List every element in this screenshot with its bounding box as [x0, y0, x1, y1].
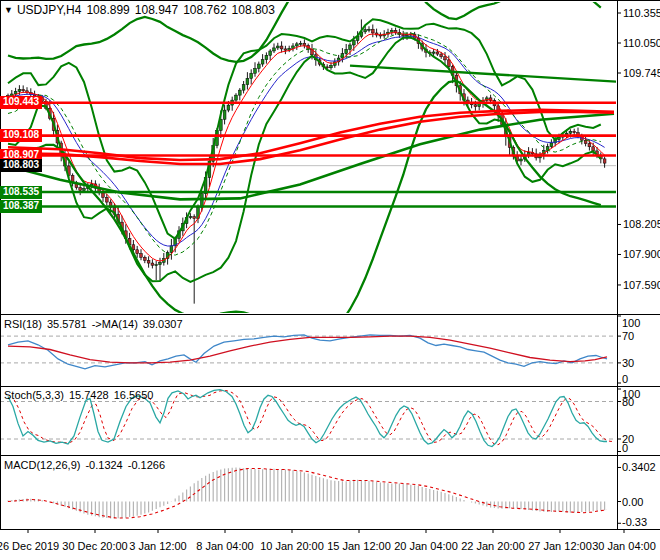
- candle-bull: [269, 51, 272, 55]
- candle-bear: [573, 131, 576, 132]
- price-badge-level: 109.108: [0, 129, 42, 142]
- bollinger-inner-lower: [8, 38, 601, 282]
- candle-bull: [170, 246, 173, 253]
- candle-bull: [242, 85, 245, 91]
- candle-bear: [79, 188, 82, 191]
- macd-value: -0.1324: [85, 459, 122, 471]
- stoch-label: Stoch(5,3,3)15.742816.5650: [4, 389, 158, 401]
- candle-bull: [345, 49, 348, 53]
- rsi-ma-line: [8, 336, 607, 363]
- candle-bull: [200, 194, 203, 208]
- terminal-chart-window: ▼USDJPY,H4108.899108.947108.762108.803 R…: [0, 0, 660, 560]
- time-axis-label: 15 Jan 12:00: [327, 540, 391, 552]
- price-badge-current: 108.803: [0, 159, 42, 172]
- rsi-line: [8, 335, 607, 369]
- symbol-timeframe: USDJPY,H4: [17, 3, 81, 17]
- candle-bear: [436, 52, 439, 54]
- ohlc-low: 108.762: [183, 3, 226, 17]
- candle-bear: [588, 144, 591, 147]
- time-axis-label: 20 Jan 04:00: [394, 540, 458, 552]
- price-badge-level: 109.443: [0, 96, 42, 109]
- candle-bear: [444, 57, 447, 60]
- candle-bull: [432, 52, 435, 53]
- candle-bear: [303, 43, 306, 45]
- stoch-name: Stoch(5,3,3): [4, 389, 64, 401]
- rsi-value: 35.5781: [47, 318, 87, 330]
- macd-label: MACD(12,26,9)-0.1324-0.1266: [4, 459, 170, 471]
- macd-plot[interactable]: [8, 468, 607, 519]
- candle-bear: [284, 49, 287, 50]
- candle-bull: [254, 68, 257, 73]
- ohlc-close: 108.803: [232, 3, 275, 17]
- chart-canvas[interactable]: [0, 0, 660, 560]
- macd-value2: -0.1266: [128, 459, 165, 471]
- ohlc-open: 108.899: [86, 3, 129, 17]
- candle-bull: [276, 46, 279, 48]
- candle-bear: [402, 35, 405, 36]
- time-axis-label: 22 Jan 20:00: [461, 540, 525, 552]
- candle-bear: [280, 46, 283, 49]
- price-tick-label: 108.205: [623, 218, 660, 230]
- candle-bear: [151, 263, 154, 265]
- time-axis-label: 3 Jan 12:00: [129, 540, 187, 552]
- candle-bull: [261, 60, 264, 64]
- candle-bull: [250, 73, 253, 78]
- ohlc-high: 108.947: [135, 3, 178, 17]
- price-badge-level: 108.535: [0, 186, 42, 199]
- time-axis-label: 10 Jan 20:00: [260, 540, 324, 552]
- candle-bear: [474, 105, 477, 107]
- macd-axis-label: -0.33: [622, 516, 647, 528]
- candle-bull: [235, 95, 238, 100]
- candle-bear: [147, 260, 150, 263]
- candle-bull: [14, 91, 17, 94]
- rsi-axis-label: 100: [622, 317, 640, 329]
- candle-bull: [155, 265, 158, 266]
- rsi-axis-label: 30: [622, 357, 634, 369]
- collapse-ohlc-icon[interactable]: ▼: [4, 5, 13, 15]
- candle-bear: [105, 197, 108, 202]
- candle-bear: [371, 29, 374, 33]
- main-chart-plot[interactable]: [0, 0, 660, 343]
- candle-bull: [189, 217, 192, 218]
- candle-bull: [390, 30, 393, 32]
- price-badge-level: 108.387: [0, 200, 42, 213]
- stoch-axis-label: 0: [622, 442, 628, 454]
- rsi-ma-value: 39.0307: [143, 318, 183, 330]
- ma-mid-green-dashed: [8, 33, 601, 255]
- candle-bull: [520, 159, 523, 161]
- price-tick-label: 110.050: [623, 37, 660, 49]
- rsi-plot[interactable]: [0, 335, 617, 369]
- stoch-value: 15.7428: [69, 389, 109, 401]
- macd-axis-label: 0.3402: [622, 461, 656, 473]
- candle-bear: [136, 250, 139, 254]
- candle-bear: [193, 217, 196, 219]
- rsi-axis-label: 0: [622, 373, 628, 385]
- macd-name: MACD(12,26,9): [4, 459, 80, 471]
- stoch-value2: 16.5650: [114, 389, 154, 401]
- candle-bull: [159, 262, 162, 264]
- rsi-axis-label: 70: [622, 330, 634, 342]
- candle-bull: [246, 78, 249, 84]
- candle-bull: [550, 143, 553, 147]
- price-tick-label: 109.745: [623, 67, 660, 79]
- candle-bear: [140, 254, 143, 258]
- time-axis-label: 27 Jan 12:00: [528, 540, 592, 552]
- frame-layer: [0, 0, 660, 533]
- stoch-axis-label: 80: [622, 396, 634, 408]
- time-axis-label: 26 Dec 2019: [0, 540, 59, 552]
- price-tick-label: 110.355: [623, 7, 660, 19]
- candle-bull: [265, 55, 268, 59]
- macd-signal-line: [8, 469, 607, 519]
- candle-bear: [22, 90, 25, 91]
- candle-bull: [257, 64, 260, 68]
- macd-axis-label: 0.00: [622, 496, 643, 508]
- candle-bull: [349, 45, 352, 49]
- descending-trendline[interactable]: [350, 66, 660, 85]
- candle-bull: [83, 189, 86, 191]
- candle-bull: [227, 105, 230, 110]
- candle-bull: [18, 90, 21, 92]
- bollinger-outer-lower: [8, 81, 601, 343]
- candle-bear: [440, 54, 443, 57]
- candle-bull: [273, 48, 276, 51]
- rsi-label: RSI(18)35.5781->MA(14)39.0307: [4, 318, 188, 330]
